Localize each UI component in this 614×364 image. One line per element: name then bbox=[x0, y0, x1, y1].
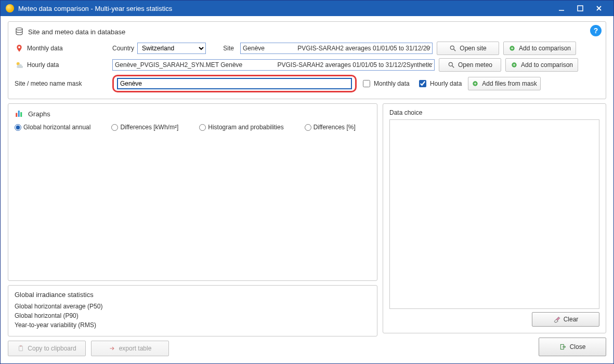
hourly-checkbox[interactable]: Hourly data bbox=[417, 78, 464, 89]
svg-rect-15 bbox=[18, 111, 20, 117]
svg-point-4 bbox=[16, 28, 22, 31]
graphs-panel: Graphs Global horizontal annual Differen… bbox=[8, 103, 377, 281]
svg-rect-14 bbox=[16, 113, 17, 117]
svg-point-5 bbox=[18, 46, 20, 48]
stat-rms: Year-to-year variability (RMS) bbox=[15, 320, 371, 330]
minimize-button[interactable] bbox=[552, 1, 571, 16]
site-select[interactable]: Genève PVGIS-SARAH2 averages 01/01/05 to… bbox=[240, 43, 433, 54]
plus-circle-icon bbox=[511, 61, 518, 69]
chevron-down-icon bbox=[426, 45, 431, 52]
graph-type-radios: Global horizontal annual Differences [kW… bbox=[15, 124, 371, 131]
stat-p90: Global horizontal (P90) bbox=[15, 311, 371, 320]
radio-global-annual[interactable]: Global horizontal annual bbox=[15, 124, 90, 131]
site-meteo-panel: Site and meteo data in database ? Monthl… bbox=[8, 21, 606, 99]
data-choice-title: Data choice bbox=[389, 109, 599, 116]
plus-circle-icon bbox=[472, 80, 479, 87]
add-comparison-site-button[interactable]: Add to comparison bbox=[503, 42, 576, 55]
stat-p50: Global horizontal average (P50) bbox=[15, 302, 371, 311]
panel-title: Site and meteo data in database bbox=[28, 28, 125, 36]
export-table-button[interactable]: export table bbox=[91, 341, 169, 356]
country-label: Country bbox=[112, 45, 134, 52]
stats-title: Global irradiance statistics bbox=[15, 291, 94, 299]
clear-button[interactable]: Clear bbox=[532, 312, 599, 327]
maximize-button[interactable] bbox=[571, 1, 590, 16]
bar-chart-icon bbox=[15, 109, 24, 118]
help-icon[interactable]: ? bbox=[590, 25, 602, 36]
plus-circle-icon bbox=[508, 45, 516, 52]
add-comparison-meteo-button[interactable]: Add to comparison bbox=[505, 58, 578, 72]
mask-highlight bbox=[112, 75, 357, 92]
window-title: Meteo data comparison - Multi-year serie… bbox=[18, 5, 172, 12]
magnifier-icon bbox=[449, 45, 456, 52]
svg-rect-18 bbox=[20, 345, 22, 346]
data-choice-list[interactable] bbox=[389, 119, 599, 309]
country-select[interactable]: Switzerland bbox=[137, 43, 206, 54]
radio-diff-kwh[interactable]: Differences [kWh/m²] bbox=[111, 124, 178, 131]
monthly-data-label: Monthly data bbox=[27, 45, 63, 52]
mask-label: Site / meteo name mask bbox=[15, 80, 108, 87]
close-window-button[interactable] bbox=[590, 1, 608, 16]
hourly-select[interactable]: Genève_PVGIS_SARAH2_SYN.MET Genève PVGIS… bbox=[112, 59, 435, 71]
pin-icon bbox=[15, 44, 24, 53]
titlebar: Meteo data comparison - Multi-year serie… bbox=[1, 1, 613, 16]
copy-clipboard-button[interactable]: Copy to clipboard bbox=[8, 341, 86, 356]
radio-diff-pct[interactable]: Differences [%] bbox=[305, 124, 356, 131]
radio-histogram[interactable]: Histogram and probabilities bbox=[199, 124, 283, 131]
open-site-button[interactable]: Open site bbox=[437, 42, 499, 55]
clipboard-icon bbox=[17, 345, 24, 352]
open-meteo-button[interactable]: Open meteo bbox=[439, 58, 501, 72]
exit-icon bbox=[559, 343, 567, 350]
app-window: Meteo data comparison - Multi-year serie… bbox=[0, 0, 614, 364]
hourly-data-label: Hourly data bbox=[27, 61, 59, 69]
data-choice-panel: Data choice Clear bbox=[383, 103, 606, 333]
close-button[interactable]: Close bbox=[539, 338, 606, 356]
svg-line-11 bbox=[452, 66, 454, 68]
svg-point-10 bbox=[449, 62, 452, 66]
svg-point-6 bbox=[451, 46, 454, 49]
chevron-down-icon bbox=[428, 61, 433, 69]
database-icon bbox=[15, 27, 24, 36]
eraser-icon bbox=[553, 316, 560, 323]
export-arrow-icon bbox=[109, 345, 116, 352]
svg-rect-1 bbox=[578, 6, 583, 11]
mask-input[interactable] bbox=[117, 78, 352, 89]
app-icon bbox=[6, 4, 14, 12]
site-label: Site bbox=[210, 45, 236, 52]
monthly-checkbox[interactable]: Monthly data bbox=[361, 78, 413, 89]
stats-panel: Global irradiance statistics Global hori… bbox=[8, 285, 377, 336]
graphs-title: Graphs bbox=[28, 110, 50, 118]
add-files-mask-button[interactable]: Add files from mask bbox=[468, 77, 541, 90]
svg-rect-16 bbox=[20, 112, 22, 117]
magnifier-icon bbox=[448, 61, 455, 69]
weather-icon bbox=[15, 60, 24, 70]
svg-line-7 bbox=[454, 49, 456, 51]
